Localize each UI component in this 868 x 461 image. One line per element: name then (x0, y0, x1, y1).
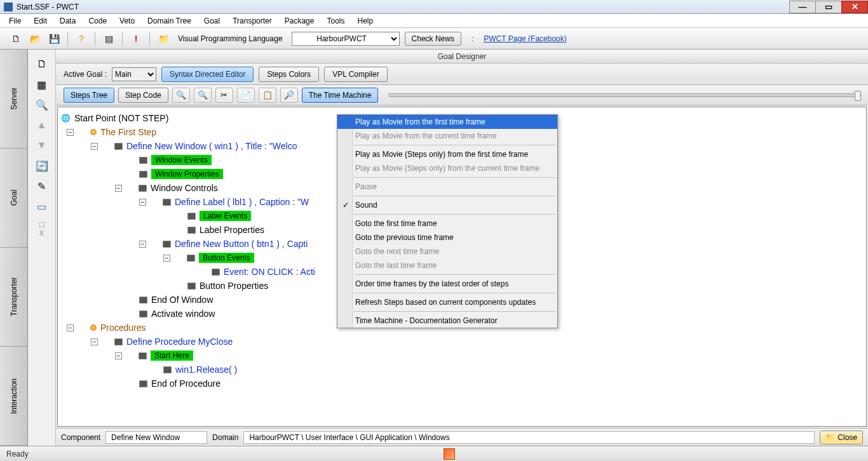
menu-goal[interactable]: Goal (199, 15, 225, 27)
square-icon (114, 143, 123, 150)
step-code-button[interactable]: Step Code (118, 88, 168, 103)
zoom-out-icon[interactable]: 🔍 (194, 88, 212, 103)
close-panel-button[interactable]: 📁Close (820, 431, 863, 444)
collapse-icon[interactable]: − (67, 324, 74, 331)
tree-row[interactable]: End of Procedure (60, 377, 864, 391)
tree-row[interactable]: −Start Here (60, 349, 864, 363)
close-button[interactable]: ✕ (841, 1, 868, 13)
save-icon[interactable]: 💾 (47, 32, 61, 46)
edit-icon[interactable]: ✎ (36, 180, 48, 193)
menu-edit[interactable]: Edit (29, 15, 52, 27)
folder-icon: 📁 (825, 433, 835, 442)
menu-file[interactable]: File (4, 15, 26, 27)
statusbar: Ready (0, 446, 868, 461)
steps-toolbar: Steps Tree Step Code 🔍 🔍 ✂ 📄 📋 🔎 The Tim… (56, 85, 868, 105)
find-icon[interactable]: 🔎 (280, 88, 298, 103)
page-icon[interactable]: 🗋 (36, 58, 48, 71)
square-icon (139, 311, 147, 317)
collapse-icon[interactable]: − (91, 338, 98, 345)
up-arrow-icon[interactable]: ▲ (36, 119, 48, 132)
toolbar: 🗋 📂 💾 ? ▤ ! 📁 Visual Programming Languag… (0, 28, 868, 50)
square-icon (212, 269, 220, 276)
menu-data[interactable]: Data (55, 15, 81, 27)
colon: : (471, 34, 473, 43)
menu-tools[interactable]: Tools (322, 15, 349, 27)
menu-item[interactable]: Refresh Steps based on current component… (337, 295, 557, 309)
tree-row[interactable]: win1.Release( ) (60, 363, 864, 377)
menu-veto[interactable]: Veto (114, 15, 140, 27)
menu-item[interactable]: Play as Movie from the first time frame (337, 115, 557, 129)
component-value: Define New Window (105, 431, 207, 444)
minimize-button[interactable]: — (789, 1, 816, 13)
menu-item[interactable]: Goto the first time frame (337, 217, 557, 230)
refresh-icon[interactable]: 🔄 (36, 160, 48, 173)
node-label: Button Events (199, 253, 254, 263)
syntax-editor-button[interactable]: Syntax Directed Editor (161, 67, 254, 82)
maximize-button[interactable]: ▭ (815, 1, 842, 13)
menu-item[interactable]: Order time frames by the latest order of… (337, 277, 557, 291)
steps-tree-button[interactable]: Steps Tree (64, 88, 114, 103)
folder-icon[interactable]: 📁 (156, 32, 170, 46)
check-icon: ✓ (342, 201, 349, 210)
collapse-icon[interactable]: − (115, 352, 122, 359)
check-news-button[interactable]: Check News (405, 32, 461, 46)
slider-thumb[interactable] (855, 91, 861, 101)
tab-goal[interactable]: Goal (0, 149, 27, 248)
separator (149, 32, 150, 46)
collapse-icon[interactable]: − (115, 185, 122, 192)
tree-row[interactable]: −Define Procedure MyClose (60, 335, 864, 349)
tab-server[interactable]: Server (0, 50, 27, 149)
info-row: Component Define New Window Domain Harbo… (56, 428, 868, 446)
menu-package[interactable]: Package (280, 15, 320, 27)
paste-icon[interactable]: 📋 (259, 88, 276, 103)
collapse-icon[interactable]: − (139, 199, 146, 206)
steps-colors-button[interactable]: Steps Colors (259, 67, 319, 82)
square-icon (139, 185, 147, 192)
window-icon[interactable]: ▭ (36, 201, 48, 213)
checkbox-x[interactable]: ☐ X (36, 221, 48, 234)
vpl-select[interactable]: HarbourPWCT (292, 32, 400, 46)
menu-domain-tree[interactable]: Domain Tree (142, 15, 196, 27)
list-icon[interactable]: ▤ (102, 32, 116, 46)
node-label: Define Procedure MyClose (126, 337, 233, 347)
menu-item[interactable]: Play as Movie (Steps only) from the firs… (337, 147, 557, 161)
menu-help[interactable]: Help (352, 15, 378, 27)
collapse-icon[interactable]: − (163, 255, 170, 262)
vpl-compiler-button[interactable]: VPL Compiler (324, 67, 388, 82)
domain-label: Domain (212, 433, 238, 442)
menu-item: Play as Movie (Steps only) from the curr… (337, 161, 557, 175)
menu-item[interactable]: Time Machine - Documentation Generator (337, 314, 557, 328)
menu-transporter[interactable]: Transporter (227, 15, 277, 27)
collapse-icon[interactable]: − (139, 241, 146, 248)
cut-icon[interactable]: ✂ (215, 88, 233, 103)
search-icon[interactable]: 🔍 (36, 99, 48, 112)
collapse-icon[interactable]: − (67, 129, 74, 136)
exclaim-icon[interactable]: ! (129, 32, 143, 46)
app-icon (4, 3, 13, 11)
collapse-icon[interactable]: − (91, 143, 98, 150)
tab-interaction[interactable]: Interaction (0, 347, 27, 446)
new-icon[interactable]: 🗋 (9, 32, 23, 46)
menu-item[interactable]: ✓Sound (337, 198, 557, 212)
zoom-in-icon[interactable]: 🔍 (172, 88, 190, 103)
menu-item[interactable]: Goto the previous time frame (337, 230, 557, 244)
tab-transporter[interactable]: Transporter (0, 248, 27, 347)
copy-icon[interactable]: 📄 (237, 88, 255, 103)
active-goal-select[interactable]: Main (112, 67, 156, 81)
help-icon[interactable]: ? (74, 32, 88, 46)
menu-item-label: Sound (355, 201, 377, 210)
grid-icon[interactable]: ▦ (36, 79, 48, 91)
menu-code[interactable]: Code (83, 15, 112, 27)
menu-item-label: Play as Movie from the first time frame (355, 117, 485, 126)
menu-item-label: Order time frames by the latest order of… (355, 279, 508, 288)
time-slider[interactable] (388, 93, 862, 97)
time-machine-button[interactable]: The Time Machine (302, 88, 379, 103)
menu-item-label: Goto the next time frame (355, 247, 439, 256)
node-label: win1.Release( ) (175, 364, 237, 375)
status-icon[interactable] (444, 448, 455, 460)
down-arrow-icon[interactable]: ▼ (36, 140, 48, 152)
titlebar: Start.SSF - PWCT — ▭ ✕ (0, 0, 868, 14)
open-icon[interactable]: 📂 (28, 32, 42, 46)
facebook-link[interactable]: PWCT Page (Facebook) (484, 34, 567, 43)
separator (67, 32, 68, 46)
